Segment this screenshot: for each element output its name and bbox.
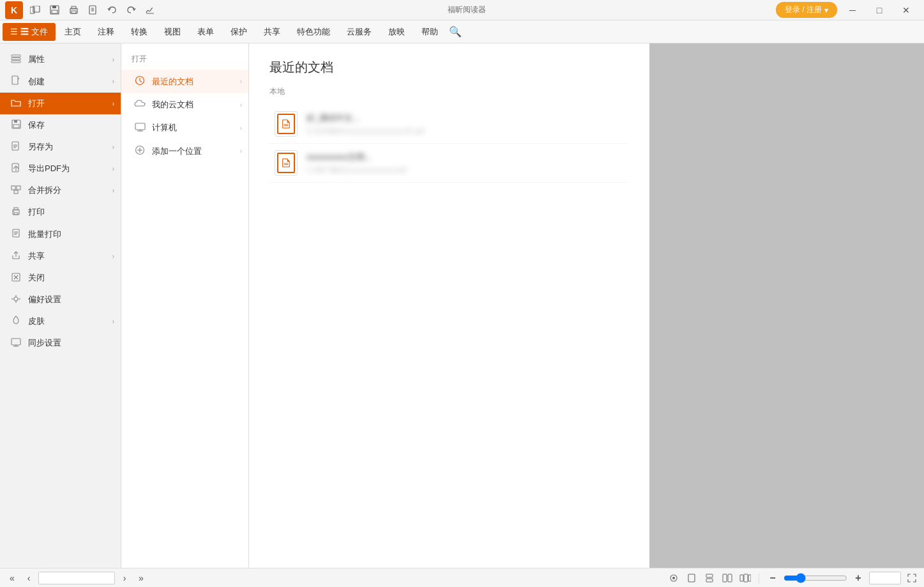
- menu-item-protect[interactable]: 保护: [223, 23, 255, 41]
- open-folder-button[interactable]: [27, 2, 43, 19]
- svg-rect-3: [52, 6, 56, 8]
- new-doc-button[interactable]: [84, 2, 101, 19]
- maximize-button[interactable]: □: [867, 1, 892, 19]
- login-button[interactable]: 登录 / 注册 ▾: [776, 2, 837, 18]
- menu-item-convert[interactable]: 转换: [123, 23, 155, 41]
- sidebar-item-save-as[interactable]: 另存为 ›: [0, 136, 121, 158]
- section-label: 本地: [269, 86, 629, 97]
- scroll-button[interactable]: [702, 571, 716, 585]
- svg-point-34: [13, 211, 14, 212]
- computer-icon: [134, 123, 146, 133]
- svg-rect-71: [706, 574, 713, 577]
- submenu-item-add-location[interactable]: 添加一个位置 ›: [121, 139, 248, 163]
- menu-item-share[interactable]: 共享: [256, 23, 288, 41]
- file-path-2: C:\用户\路径\xxxxxxxxxxxxxi.pdf: [307, 165, 406, 175]
- sidebar-item-save[interactable]: 保存: [0, 114, 121, 136]
- submenu-arrow-icon: ›: [240, 125, 242, 132]
- submenu-arrow-icon: ›: [240, 78, 242, 85]
- nav-prev-button[interactable]: ‹: [22, 571, 36, 585]
- arrow-icon: ›: [112, 318, 114, 325]
- close-button[interactable]: ✕: [893, 1, 919, 19]
- svg-marker-64: [283, 159, 290, 167]
- sidebar: 属性 › 创建 › 打开 › 保存 另存为: [0, 43, 121, 568]
- file-name-1: 好_测试中文...: [307, 112, 424, 124]
- svg-rect-33: [14, 213, 18, 215]
- fullscreen-button[interactable]: [905, 571, 919, 585]
- submenu-item-cloud[interactable]: 我的云文档 ›: [121, 93, 248, 116]
- merge-icon: [10, 185, 22, 196]
- redo-button[interactable]: [123, 2, 139, 19]
- file-item-1[interactable]: 好_测试中文... D:\文件路径\xxxxxxxxxxxxxxxxx字.pdf: [269, 105, 629, 144]
- view-icon-button[interactable]: [667, 571, 681, 585]
- menu-item-home[interactable]: 主页: [57, 23, 89, 41]
- menu-item-cloud[interactable]: 云服务: [339, 23, 379, 41]
- minimize-button[interactable]: ─: [840, 1, 865, 19]
- print-button[interactable]: [65, 2, 82, 19]
- sidebar-item-preferences[interactable]: 偏好设置: [0, 289, 121, 310]
- svg-rect-15: [11, 61, 20, 63]
- sidebar-item-create[interactable]: 创建 ›: [0, 70, 121, 93]
- save-button[interactable]: [46, 2, 63, 19]
- svg-rect-14: [11, 57, 20, 59]
- signature-button[interactable]: [142, 2, 158, 19]
- open-icon: [10, 98, 22, 109]
- svg-rect-20: [14, 120, 17, 123]
- status-bar: « ‹ › » − +: [0, 568, 924, 587]
- svg-rect-73: [723, 574, 727, 582]
- sidebar-item-close[interactable]: 关闭: [0, 267, 121, 289]
- file-icon-2: [275, 150, 298, 176]
- submenu-arrow-icon: ›: [240, 102, 242, 109]
- sidebar-item-share[interactable]: 共享 ›: [0, 245, 121, 267]
- svg-rect-54: [135, 123, 145, 130]
- search-button[interactable]: 🔍: [447, 24, 464, 40]
- zoom-slider[interactable]: [784, 573, 847, 583]
- sidebar-item-export-pdf[interactable]: 导出PDF为 ›: [0, 158, 121, 179]
- sidebar-item-batch-print[interactable]: 批量打印: [0, 223, 121, 245]
- app-title: 福昕阅读器: [158, 4, 776, 15]
- menu-item-form[interactable]: 表单: [190, 23, 222, 41]
- sidebar-item-sync[interactable]: 同步设置: [0, 332, 121, 354]
- file-item-2[interactable]: xxxxxxxxxx文档... C:\用户\路径\xxxxxxxxxxxxxi.…: [269, 144, 629, 183]
- cloud-icon: [134, 100, 146, 110]
- submenu-item-recent[interactable]: 最近的文档 ›: [121, 70, 248, 93]
- nav-last-button[interactable]: »: [134, 571, 148, 585]
- single-page-button[interactable]: [685, 571, 699, 585]
- recent-icon: [134, 75, 146, 88]
- chevron-down-icon: ▾: [824, 6, 828, 15]
- window-controls: ─ □ ✕: [840, 1, 919, 19]
- page-input[interactable]: [38, 572, 115, 584]
- menu-item-present[interactable]: 放映: [381, 23, 413, 41]
- menu-item-special[interactable]: 特色功能: [289, 23, 338, 41]
- sidebar-item-merge[interactable]: 合并拆分 ›: [0, 179, 121, 201]
- sidebar-item-skin[interactable]: 皮肤 ›: [0, 310, 121, 332]
- add-location-icon: [134, 145, 146, 157]
- svg-rect-16: [12, 76, 18, 84]
- export-icon: [10, 163, 22, 174]
- menu-bar: ☰ ☰ 文件 主页 注释 转换 视图 表单 保护 共享 特色功能 云服务 放映 …: [0, 20, 924, 43]
- sidebar-item-open[interactable]: 打开 ›: [0, 93, 121, 114]
- nav-first-button[interactable]: «: [5, 571, 19, 585]
- sync-icon: [10, 338, 22, 349]
- title-bar-right: 登录 / 注册 ▾ ─ □ ✕: [776, 1, 919, 19]
- two-page-button[interactable]: [720, 571, 734, 585]
- menu-item-help[interactable]: 帮助: [414, 23, 446, 41]
- cover-button[interactable]: [738, 571, 752, 585]
- menu-item-file[interactable]: ☰ ☰ 文件: [3, 23, 56, 41]
- content-area: 最近的文档 本地 好_测试中文... D:\文件路径\xxxxxxxxxxxxx…: [249, 43, 649, 568]
- menu-item-comment[interactable]: 注释: [90, 23, 122, 41]
- submenu-item-computer[interactable]: 计算机 ›: [121, 116, 248, 139]
- file-info-1: 好_测试中文... D:\文件路径\xxxxxxxxxxxxxxxxx字.pdf: [307, 112, 424, 136]
- sidebar-item-print[interactable]: 打印: [0, 201, 121, 223]
- nav-next-button[interactable]: ›: [117, 571, 132, 585]
- svg-rect-48: [11, 339, 20, 345]
- svg-rect-13: [11, 55, 20, 57]
- zoom-input[interactable]: [869, 572, 901, 584]
- zoom-out-button[interactable]: −: [766, 571, 780, 585]
- menu-item-view[interactable]: 视图: [156, 23, 188, 41]
- zoom-in-button[interactable]: +: [851, 571, 865, 585]
- svg-marker-60: [283, 120, 290, 128]
- undo-button[interactable]: [103, 2, 120, 19]
- sidebar-item-properties[interactable]: 属性 ›: [0, 49, 121, 70]
- status-left: « ‹ › »: [5, 571, 148, 585]
- app-logo: K: [5, 1, 23, 19]
